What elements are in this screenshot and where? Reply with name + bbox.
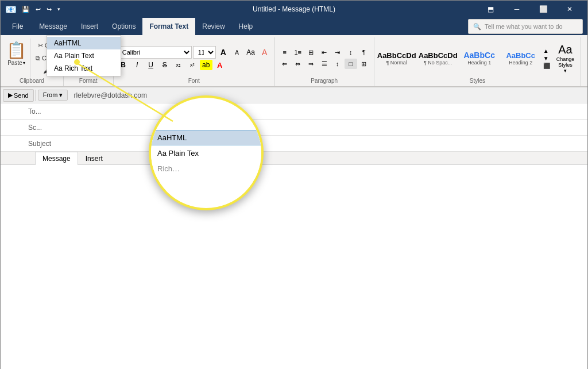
styles-scroll-up[interactable]: ▲ xyxy=(542,47,551,55)
zoomed-plain-item: Aa Plain Tex xyxy=(151,145,261,161)
change-styles-button[interactable]: Aa ChangeStyles ▾ xyxy=(552,41,579,75)
clear-formatting-btn[interactable]: Aa xyxy=(245,47,257,57)
style-normal-label: ¶ Normal xyxy=(386,60,407,66)
subject-row: Subject xyxy=(1,136,587,152)
tab-help[interactable]: Help xyxy=(232,18,260,35)
italic-btn[interactable]: I xyxy=(131,60,144,70)
from-button[interactable]: From ▾ xyxy=(38,90,68,101)
ribbon-toggle-btn[interactable]: ⬒ xyxy=(477,1,504,18)
style-normal[interactable]: AaBbCcDd ¶ Normal xyxy=(377,41,417,75)
replace-button[interactable]: ⇄ Replace xyxy=(585,53,588,64)
find-button[interactable]: 🔍 Find ▾ xyxy=(585,41,588,52)
subject-input[interactable] xyxy=(56,136,587,151)
ribbon-search[interactable]: 🔍 Tell me what you want to do xyxy=(468,19,583,34)
font-group: Calibri 11 A A Aa A B I U S x₂ x² xyxy=(114,37,275,86)
to-input[interactable] xyxy=(52,103,587,119)
style-heading2-label: Heading 2 xyxy=(509,60,532,66)
font-color-btn[interactable]: A xyxy=(214,60,226,70)
zoom-annotation-circle: AaHTML Aa Plain Tex Rich… xyxy=(149,95,264,210)
style-nospace-preview: AaBbCcDd xyxy=(419,51,458,60)
select-button[interactable]: ▦ Select ▾ xyxy=(585,65,588,76)
indent-decrease-btn[interactable]: ⇤ xyxy=(318,47,331,57)
highlight-btn[interactable]: ab xyxy=(200,60,212,70)
from-label: From ▾ xyxy=(43,91,63,99)
window-title: Untitled - Message (HTML) xyxy=(253,5,335,13)
save-quick-btn[interactable]: 💾 xyxy=(20,5,32,14)
font-group-label: Font xyxy=(117,78,271,85)
line-spacing-btn[interactable]: ↕ xyxy=(331,59,344,69)
font-size-select[interactable]: 11 xyxy=(193,46,216,59)
shrink-font-btn[interactable]: A xyxy=(231,47,243,57)
grow-font-btn[interactable]: A xyxy=(217,47,230,57)
tab-options[interactable]: Options xyxy=(105,18,142,35)
dropdown-html-item[interactable]: AaHTML xyxy=(47,37,121,49)
close-btn[interactable]: ✕ xyxy=(556,1,583,18)
borders-btn[interactable]: ⊞ xyxy=(358,59,370,69)
clipboard-group-label: Clipboard xyxy=(3,78,61,85)
multilevel-btn[interactable]: ⊞ xyxy=(305,47,318,57)
font-family-select[interactable]: Calibri xyxy=(117,46,192,59)
styles-scroll-down[interactable]: ▼ xyxy=(542,55,551,62)
editing-group: 🔍 Find ▾ ⇄ Replace ▦ Select ▾ Editing xyxy=(581,37,588,86)
style-no-spacing[interactable]: AaBbCcDd ¶ No Spac... xyxy=(418,41,458,75)
tab-format-text[interactable]: Format Text xyxy=(142,18,195,35)
cut-icon: ✂ xyxy=(38,42,43,49)
zoomed-rich-partial: Rich… xyxy=(151,161,261,176)
title-bar: 📧 💾 ↩ ↪ ▾ Untitled - Message (HTML) ⬒ ─ … xyxy=(1,1,587,18)
numbering-btn[interactable]: 1≡ xyxy=(292,47,304,57)
cc-input[interactable] xyxy=(52,120,587,135)
tab-message[interactable]: Message xyxy=(32,18,74,35)
paragraph-group-label: Paragraph xyxy=(278,78,370,85)
style-nospace-label: ¶ No Spac... xyxy=(424,60,452,66)
minimize-btn[interactable]: ─ xyxy=(504,1,530,18)
superscript-btn[interactable]: x² xyxy=(186,60,199,70)
restore-btn[interactable]: ⬜ xyxy=(530,1,556,18)
indent-increase-btn[interactable]: ⇥ xyxy=(331,47,344,57)
subject-label: Subject xyxy=(24,140,56,148)
align-center-btn[interactable]: ⇔ xyxy=(292,59,304,69)
window-controls: ⬒ ─ ⬜ ✕ xyxy=(477,1,583,18)
tab-file[interactable]: File xyxy=(3,18,32,35)
editing-group-label: Editing xyxy=(585,78,588,85)
subscript-btn[interactable]: x₂ xyxy=(172,60,185,70)
shading-btn[interactable]: □ xyxy=(345,59,357,69)
sort-btn[interactable]: ↕ xyxy=(345,47,357,57)
compose-tabs: Message Insert xyxy=(1,152,587,165)
paste-button[interactable]: 📋 Paste ▾ xyxy=(3,39,30,78)
dropdown-rich-item[interactable]: Aa Rich Text xyxy=(47,62,121,75)
style-heading2[interactable]: AaBbCc Heading 2 xyxy=(501,41,541,75)
strikethrough-btn[interactable]: S xyxy=(158,60,171,70)
align-right-btn[interactable]: ⇒ xyxy=(305,59,318,69)
change-styles-arrow[interactable]: ▾ xyxy=(564,68,567,74)
tab-message-body[interactable]: Message xyxy=(35,152,78,165)
text-color-btn[interactable]: A xyxy=(258,47,271,57)
tab-review[interactable]: Review xyxy=(195,18,231,35)
change-styles-label: ChangeStyles xyxy=(556,56,575,68)
undo-quick-btn[interactable]: ↩ xyxy=(34,5,42,14)
redo-quick-btn[interactable]: ↪ xyxy=(45,5,53,14)
cc-row: Sc... xyxy=(1,120,587,136)
to-label: To... xyxy=(24,107,52,116)
show-formatting-btn[interactable]: ¶ xyxy=(358,47,370,57)
paste-dropdown-arrow[interactable]: ▾ xyxy=(23,60,25,66)
paste-icon: 📋 xyxy=(6,41,26,60)
zoomed-content: AaHTML Aa Plain Tex Rich… xyxy=(151,128,261,179)
underline-btn[interactable]: U xyxy=(145,60,157,70)
message-body[interactable] xyxy=(1,165,587,369)
send-button[interactable]: ▶ Send xyxy=(3,89,34,102)
align-left-btn[interactable]: ⇐ xyxy=(278,59,291,69)
rich-item-label: Aa Rich Text xyxy=(54,64,92,72)
styles-expand[interactable]: ⬛ xyxy=(542,62,551,70)
tab-insert[interactable]: Insert xyxy=(74,18,105,35)
tab-insert-body[interactable]: Insert xyxy=(78,152,110,165)
bullets-btn[interactable]: ≡ xyxy=(278,47,291,57)
ribbon-tab-bar: File Message Insert Options Format Text … xyxy=(1,18,587,35)
zoomed-html-item: AaHTML xyxy=(151,130,261,145)
format-group-label: Format xyxy=(66,78,111,85)
dropdown-plain-item[interactable]: Aa Plain Text xyxy=(47,49,121,62)
to-row: To... xyxy=(1,103,587,120)
customize-quick-btn[interactable]: ▾ xyxy=(56,5,62,13)
style-heading1[interactable]: AaBbCc Heading 1 xyxy=(459,41,500,75)
change-styles-icon: Aa xyxy=(558,43,572,56)
justify-btn[interactable]: ☰ xyxy=(318,59,331,69)
